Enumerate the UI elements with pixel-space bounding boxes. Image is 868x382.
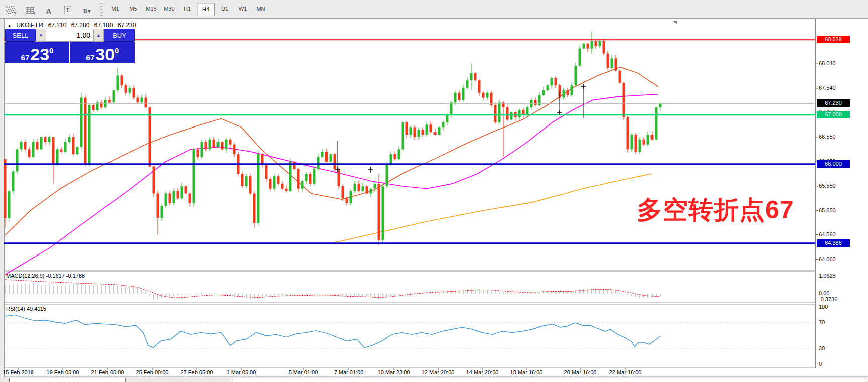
collapse-triangle-icon[interactable]: ▲ xyxy=(7,23,12,28)
mt4-application: EFAT⇅▾ M1M5M15M30H1H4D1W1MN ▲ UKOil-,H4 … xyxy=(0,0,868,382)
price-badge-64.386: 64.386 xyxy=(817,239,850,247)
date-tick-label: 25 Feb 00:00 xyxy=(136,369,169,375)
price-tick-label: 64.060 xyxy=(819,256,836,262)
date-tick-label: 20 Mar 16:00 xyxy=(564,369,597,375)
sell-price-prefix: 67 xyxy=(21,53,30,62)
buy-price-prefix: 67 xyxy=(86,53,95,62)
price-badge-66.000: 66.000 xyxy=(817,160,850,168)
macd-label: MACD(12,26,9) -0.1617 -0.1788 xyxy=(6,273,85,279)
buy-price-display[interactable]: 67 30 0 xyxy=(70,42,135,63)
price-tick-label: 65.050 xyxy=(819,207,836,213)
price-badge-67.000: 67.000 xyxy=(817,111,850,118)
date-tick-label: 14 Mar 20:00 xyxy=(466,369,499,375)
rsi-axis-label: 0 xyxy=(819,361,822,367)
volume-increase-button[interactable]: ▲ xyxy=(93,29,104,42)
buy-price-fraction: 0 xyxy=(115,42,119,59)
sell-price-fraction: 0 xyxy=(49,42,53,59)
macd-axis-label: -0.3736 xyxy=(819,296,837,302)
rsi-axis-label: 30 xyxy=(819,345,825,351)
ohlc-close: 67.230 xyxy=(118,22,136,29)
date-tick-label: 5 Mar 01:00 xyxy=(289,369,318,375)
rsi-axis-label: 100 xyxy=(819,304,828,310)
date-tick-label: 22 Mar 16:00 xyxy=(609,369,642,375)
volume-input[interactable] xyxy=(46,29,93,42)
date-tick-label: 27 Feb 05:00 xyxy=(181,369,213,375)
volume-decrease-button[interactable]: ▼ xyxy=(36,29,46,42)
ohlc-low: 67.180 xyxy=(94,22,113,29)
macd-axis-label: 0.00 xyxy=(819,290,829,296)
ohlc-high: 67.280 xyxy=(71,22,90,29)
sell-button[interactable]: SELL xyxy=(5,29,36,42)
rsi-label: RSI(14) 49.4115 xyxy=(6,306,46,312)
ohlc-open: 67.210 xyxy=(48,22,67,29)
macd-axis-label: 1.0625 xyxy=(819,273,836,279)
date-tick-label: 21 Feb 05:00 xyxy=(91,369,124,375)
price-badge-68.529: 68.529 xyxy=(817,36,850,43)
chart-header: ▲ UKOil-,H4 67.210 67.280 67.180 67.230 xyxy=(7,22,139,29)
date-tick-label: 7 Mar 01:00 xyxy=(334,369,364,375)
date-tick-label: 18 Mar 16:00 xyxy=(510,369,543,375)
price-tick-label: 64.560 xyxy=(819,231,836,237)
buy-price-pips: 30 xyxy=(95,47,115,62)
price-tick-label: 65.550 xyxy=(819,183,836,189)
price-tick-label: 68.040 xyxy=(819,60,836,66)
date-tick-label: 12 Mar 20:00 xyxy=(422,369,455,375)
price-tick-label: 66.550 xyxy=(819,134,836,140)
symbol-label: UKOil-,H4 xyxy=(16,22,43,29)
sell-price-pips: 23 xyxy=(30,47,49,62)
price-tick-label: 67.540 xyxy=(819,85,836,91)
date-tick-label: 1 Mar 05:00 xyxy=(227,369,256,375)
one-click-trading-panel: SELL ▼ ▲ BUY 67 23 0 67 30 0 xyxy=(5,29,135,63)
rsi-axis-label: 70 xyxy=(819,319,825,325)
date-tick-label: 15 Feb 2019 xyxy=(3,369,34,375)
sell-price-display[interactable]: 67 23 0 xyxy=(5,42,69,63)
price-badge-67.230: 67.230 xyxy=(817,99,850,107)
date-tick-label: 10 Mar 23:00 xyxy=(378,369,410,375)
date-tick-label: 19 Feb 05:00 xyxy=(47,369,79,375)
chart-annotation-text: 多空转折点67 xyxy=(637,197,794,222)
buy-button[interactable]: BUY xyxy=(104,29,135,42)
